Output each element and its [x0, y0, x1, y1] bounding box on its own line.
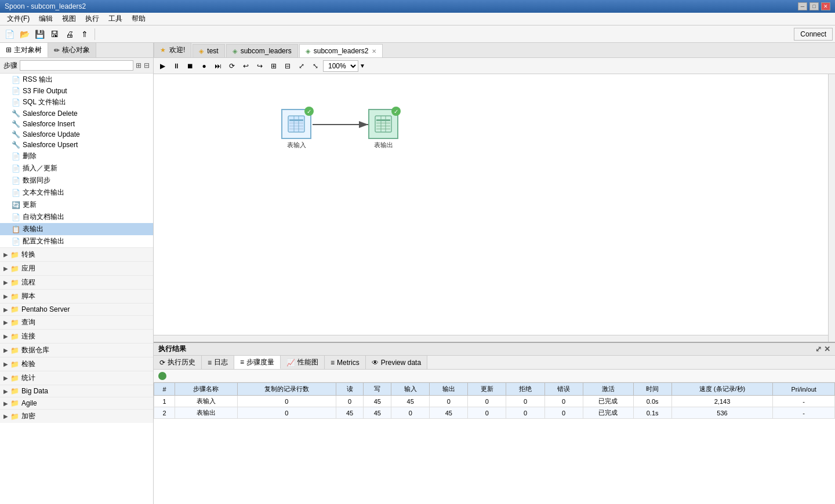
tab-test[interactable]: ◈ test	[193, 44, 224, 57]
expand-icon[interactable]: ⤢	[815, 345, 822, 353]
canvas-vertical-scrollbar[interactable]	[828, 74, 835, 342]
row1-update: 0	[468, 396, 506, 407]
btn9[interactable]: ⊞	[267, 60, 280, 72]
tree-item-sf-upsert[interactable]: 🔧 Salesforce Upsert	[0, 140, 153, 150]
result-table[interactable]: # 步骤名称 复制的记录行数 读 写 输入 输出 更新 拒绝 错误 激活	[154, 382, 835, 504]
minimize-button[interactable]: ─	[798, 2, 807, 10]
preview-icon: 👁	[372, 359, 379, 367]
category-stats-label: 统计	[21, 373, 35, 383]
tree-item-delete[interactable]: 📄 删除	[0, 150, 153, 162]
category-stats[interactable]: ▶ 📁 统计	[0, 371, 153, 385]
tree-item-insert-update[interactable]: 📄 插入／更新	[0, 162, 153, 174]
connect-button[interactable]: Connect	[794, 28, 833, 41]
category-flow[interactable]: ▶ 📁 流程	[0, 275, 153, 289]
canvas-area[interactable]: ✓ 表输入	[154, 74, 835, 342]
tree-item-s3[interactable]: 📄 S3 File Output	[0, 86, 153, 96]
col-step-name: 步骤名称	[175, 383, 238, 396]
tab-subcom-leaders2[interactable]: ◈ subcom_leaders2 ✕	[299, 44, 383, 57]
new-button[interactable]: 📄	[2, 27, 16, 41]
record-button[interactable]: ●	[198, 60, 210, 72]
tree-item-update[interactable]: 🔄 更新	[0, 199, 153, 211]
node-table-output-box[interactable]: ✓	[368, 109, 398, 139]
tree-item-auto-doc[interactable]: 📄 自动文档输出	[0, 211, 153, 223]
skip-button[interactable]: ⏭	[212, 60, 224, 72]
search-input[interactable]	[20, 60, 133, 71]
category-app[interactable]: ▶ 📁 应用	[0, 261, 153, 275]
menu-file[interactable]: 文件(F)	[2, 13, 34, 25]
category-query[interactable]: ▶ 📁 查询	[0, 315, 153, 329]
tree-item-sql-output[interactable]: 📄 SQL 文件输出	[0, 96, 153, 108]
save-as-button[interactable]: 🖫	[48, 27, 61, 41]
svg-rect-1	[289, 119, 303, 121]
category-transform[interactable]: ▶ 📁 转换	[0, 247, 153, 261]
node-table-output[interactable]: ✓ 表输出	[368, 109, 398, 149]
category-pentaho[interactable]: ▶ 📁 Pentaho Server	[0, 303, 153, 315]
close-button[interactable]: ✕	[821, 2, 830, 10]
btn12[interactable]: ⤡	[309, 60, 322, 72]
btn8[interactable]: ↪	[253, 60, 266, 72]
pause-button[interactable]: ⏸	[170, 60, 183, 72]
node-table-input-box[interactable]: ✓	[281, 109, 311, 139]
btn10[interactable]: ⊟	[281, 60, 294, 72]
tree-item-text-output[interactable]: 📄 文本文件输出	[0, 187, 153, 199]
menu-edit[interactable]: 编辑	[34, 13, 57, 25]
close-bottom-icon[interactable]: ✕	[824, 345, 830, 353]
tab-subcom-leaders[interactable]: ◈ subcom_leaders	[226, 44, 298, 57]
tab-core-objects[interactable]: ✏ 核心对象	[48, 43, 96, 57]
zoom-select[interactable]: 100% 75% 125% 150%	[323, 60, 358, 72]
tab-preview[interactable]: 👁 Preview data	[366, 356, 427, 369]
category-encrypt-arrow: ▶	[3, 413, 8, 419]
category-bigdata[interactable]: ▶ 📁 Big Data	[0, 385, 153, 397]
category-check[interactable]: ▶ 📁 检验	[0, 357, 153, 371]
tab-welcome[interactable]: ★ 欢迎!	[154, 43, 191, 57]
zoom-dropdown-icon[interactable]: ▼	[360, 63, 365, 69]
row2-pri: -	[773, 407, 835, 419]
tree-item-sf-delete[interactable]: 🔧 Salesforce Delete	[0, 108, 153, 119]
tree-item-config-output[interactable]: 📄 配置文件输出	[0, 235, 153, 247]
tab-perf-chart[interactable]: 📈 性能图	[281, 356, 325, 369]
tree-item-table-output[interactable]: 📋 表输出	[0, 223, 153, 235]
category-encrypt[interactable]: ▶ 📁 加密	[0, 409, 153, 423]
save-button[interactable]: 💾	[32, 27, 46, 41]
menu-help[interactable]: 帮助	[127, 13, 150, 25]
category-agile-arrow: ▶	[3, 400, 8, 407]
category-agile[interactable]: ▶ 📁 Agile	[0, 397, 153, 409]
main-layout: ⊞ 主对象树 ✏ 核心对象 步骤 ⊞ ⊟ 📄 RSS 输出 📄 S3 File …	[0, 43, 835, 504]
menu-view[interactable]: 视图	[57, 13, 81, 25]
tree-item-sf-update[interactable]: 🔧 Salesforce Update	[0, 129, 153, 140]
open-button[interactable]: 📂	[17, 27, 31, 41]
menu-tools[interactable]: 工具	[104, 13, 127, 25]
tab-step-metrics[interactable]: ≡ 步骤度量	[234, 356, 281, 369]
tab-main-objects[interactable]: ⊞ 主对象树	[0, 43, 48, 57]
close-tab-icon[interactable]: ✕	[372, 48, 376, 54]
category-script[interactable]: ▶ 📁 脚本	[0, 289, 153, 303]
btn11[interactable]: ⤢	[295, 60, 308, 72]
tree-item-rss[interactable]: 📄 RSS 输出	[0, 74, 153, 86]
tree-item-sf-insert[interactable]: 🔧 Salesforce Insert	[0, 119, 153, 129]
row1-time: 0.0s	[633, 396, 671, 407]
tree-item-data-sync[interactable]: 📄 数据同步	[0, 174, 153, 187]
run-button[interactable]: ▶	[156, 60, 169, 72]
tab-metrics[interactable]: ≡ Metrics	[325, 356, 366, 369]
category-dw[interactable]: ▶ 📁 数据仓库	[0, 343, 153, 357]
stop-button[interactable]: ⏹	[184, 60, 197, 72]
category-connect[interactable]: ▶ 📁 连接	[0, 329, 153, 343]
print-button[interactable]: 🖨	[63, 27, 77, 41]
btn7[interactable]: ↩	[239, 60, 252, 72]
row2-speed: 536	[671, 407, 773, 419]
menu-run[interactable]: 执行	[81, 13, 104, 25]
expand-all-icon[interactable]: ⊞	[136, 61, 141, 70]
row1-speed: 2,143	[671, 396, 773, 407]
canvas-horizontal-scrollbar[interactable]	[154, 335, 828, 342]
node-table-input[interactable]: ✓ 表输入	[281, 109, 311, 149]
tab-log[interactable]: ≡ 日志	[202, 356, 234, 369]
row2-time: 0.1s	[633, 407, 671, 419]
tree-item-sf-update-label: Salesforce Update	[23, 130, 80, 138]
export-button[interactable]: ⇑	[78, 27, 92, 41]
btn6[interactable]: ⟳	[226, 60, 238, 72]
tab-exec-history[interactable]: ⟳ 执行历史	[154, 356, 202, 369]
maximize-button[interactable]: □	[809, 2, 819, 10]
exec-history-icon: ⟳	[159, 359, 165, 367]
collapse-all-icon[interactable]: ⊟	[144, 61, 150, 70]
row2-read: 45	[336, 407, 364, 419]
